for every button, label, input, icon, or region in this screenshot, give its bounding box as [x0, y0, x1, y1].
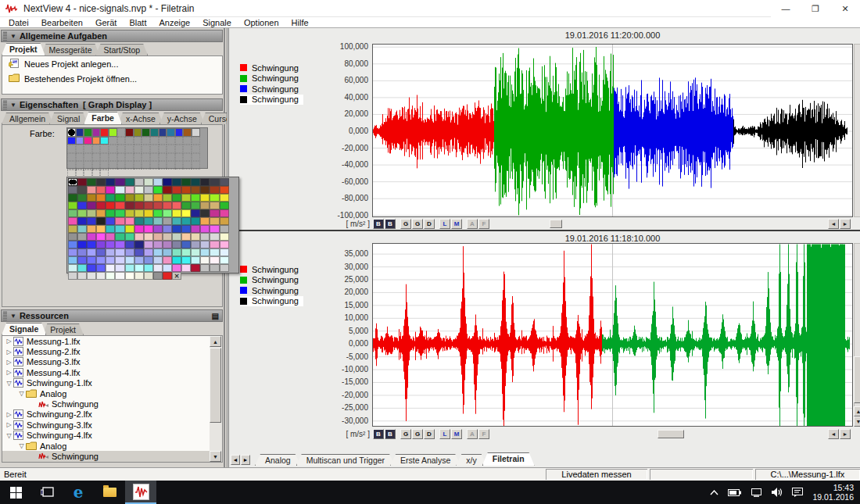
palette-swatch[interactable] [96, 186, 106, 194]
palette-empty-cell[interactable] [175, 145, 184, 153]
collapse-icon[interactable]: ▼ [10, 102, 16, 109]
palette-close-icon[interactable]: ✕ [172, 272, 181, 280]
palette-empty-cell[interactable] [175, 161, 184, 170]
palette-swatch[interactable] [115, 248, 124, 256]
palette-swatch[interactable] [92, 128, 101, 137]
palette-swatch[interactable] [200, 178, 210, 186]
tab-farbe[interactable]: Farbe [84, 112, 122, 124]
palette-swatch[interactable] [175, 128, 184, 137]
sheet-tab-filetrain[interactable]: Filetrain [482, 452, 535, 466]
palette-swatch[interactable] [77, 248, 87, 256]
palette-empty-cell[interactable] [150, 137, 159, 145]
palette-swatch[interactable] [144, 233, 153, 241]
palette-swatch[interactable] [153, 233, 163, 241]
palette-swatch[interactable] [220, 241, 229, 248]
palette-swatch[interactable] [77, 217, 87, 225]
tree-item-schwingung[interactable]: Schwingung [2, 451, 210, 461]
palette-swatch[interactable] [134, 217, 144, 225]
palette-empty-cell[interactable] [134, 145, 142, 153]
palette-empty-cell[interactable] [159, 161, 167, 170]
palette-empty-cell[interactable] [150, 161, 159, 170]
palette-empty-cell[interactable] [109, 145, 117, 153]
palette-empty-cell[interactable] [142, 153, 150, 162]
palette-swatch[interactable] [172, 264, 181, 272]
battery-icon[interactable] [728, 489, 741, 496]
palette-swatch[interactable] [144, 194, 153, 202]
tasks-panel-header[interactable]: ▼ Allgemeine Aufgaben [1, 30, 223, 42]
v-scrollbar-thumb[interactable] [854, 356, 860, 403]
legend-entry[interactable]: Schwingung [240, 275, 303, 286]
palette-empty-cell[interactable] [117, 128, 126, 137]
plot-toolbar-button-a-7[interactable]: A [467, 219, 478, 229]
palette-swatch[interactable] [153, 209, 163, 217]
palette-swatch[interactable] [87, 248, 96, 256]
tab-projekt[interactable]: Projekt [2, 43, 45, 55]
tree-scrollbar[interactable]: ▲ ▼ [210, 336, 222, 462]
palette-swatch[interactable] [115, 217, 124, 225]
palette-swatch[interactable] [115, 194, 124, 202]
palette-swatch[interactable] [115, 272, 124, 280]
palette-swatch[interactable] [125, 256, 134, 264]
palette-swatch[interactable] [150, 128, 159, 137]
file-explorer-button[interactable] [94, 481, 125, 504]
palette-swatch[interactable] [191, 194, 200, 202]
palette-swatch[interactable] [181, 217, 191, 225]
palette-swatch[interactable] [181, 225, 191, 233]
palette-swatch[interactable] [172, 202, 181, 209]
collapse-icon[interactable]: ▽ [5, 432, 13, 439]
palette-swatch[interactable] [106, 186, 115, 194]
palette-empty-cell[interactable] [150, 153, 159, 162]
close-button[interactable]: ✕ [830, 0, 860, 17]
palette-swatch[interactable] [153, 256, 163, 264]
tree-item-schwingung-1-lfx[interactable]: ▽Schwingung-1.lfx [2, 378, 210, 388]
palette-swatch[interactable] [106, 217, 115, 225]
palette-swatch[interactable] [134, 248, 144, 256]
palette-swatch[interactable] [192, 128, 200, 137]
plot-toolbar-button-b-1[interactable]: B [385, 429, 396, 439]
palette-empty-cell[interactable] [175, 137, 184, 145]
plot-toolbar-button-m-6[interactable]: M [451, 429, 462, 439]
palette-swatch[interactable] [181, 209, 191, 217]
palette-swatch[interactable] [220, 178, 229, 186]
legend-entry[interactable]: Schwingung [240, 63, 303, 73]
sheet-tab-multiscan-und-trigger[interactable]: Multiscan und Trigger [296, 454, 395, 466]
palette-swatch[interactable] [210, 209, 219, 217]
palette-swatch[interactable] [125, 233, 134, 241]
palette-swatch[interactable] [134, 233, 144, 241]
panel-menu-icon[interactable]: ▤ [212, 312, 219, 320]
palette-empty-cell[interactable] [167, 153, 175, 162]
plot-toolbar-button-m-6[interactable]: M [451, 219, 462, 229]
palette-swatch[interactable] [153, 248, 163, 256]
palette-swatch[interactable] [68, 225, 77, 233]
tab-signale[interactable]: Signale [2, 323, 46, 335]
palette-swatch[interactable] [125, 248, 134, 256]
palette-swatch[interactable] [163, 241, 172, 248]
palette-empty-cell[interactable] [117, 137, 126, 145]
palette-swatch[interactable] [163, 178, 172, 186]
palette-swatch[interactable] [68, 178, 77, 186]
palette-empty-cell[interactable] [192, 145, 200, 153]
palette-empty-cell[interactable] [142, 137, 150, 145]
plot-toolbar-button-b-0[interactable]: B [373, 429, 384, 439]
plot-toolbar-button-f-8[interactable]: F [478, 429, 489, 439]
palette-swatch[interactable] [144, 202, 153, 209]
plot-area[interactable] [372, 243, 853, 427]
h-scrollbar-thumb[interactable] [550, 220, 562, 228]
palette-swatch[interactable] [167, 128, 175, 137]
expand-icon[interactable]: ▷ [5, 338, 13, 345]
palette-swatch[interactable] [200, 194, 210, 202]
tray-expand-icon[interactable] [710, 490, 718, 495]
palette-swatch[interactable] [191, 217, 200, 225]
palette-empty-cell[interactable] [100, 145, 109, 153]
palette-swatch[interactable] [172, 241, 181, 248]
palette-swatch[interactable] [153, 241, 163, 248]
clock[interactable]: 15:43 19.01.2016 [812, 483, 854, 502]
palette-swatch[interactable] [115, 241, 124, 248]
palette-swatch[interactable] [144, 186, 153, 194]
palette-swatch[interactable] [172, 225, 181, 233]
palette-swatch[interactable] [84, 128, 92, 137]
plot-toolbar-button-a-7[interactable]: A [467, 429, 478, 439]
palette-empty-cell[interactable] [125, 153, 134, 162]
palette-swatch[interactable] [84, 137, 92, 145]
legend-entry[interactable]: Schwingung [240, 264, 303, 275]
